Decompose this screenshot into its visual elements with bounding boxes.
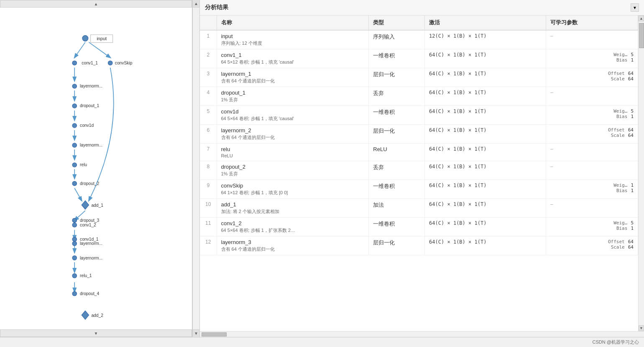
cell-name: conv1_164 5×12 卷积: 步幅 1，填充 'causal' <box>217 49 369 68</box>
svg-point-49 <box>72 291 77 296</box>
brand-label: CSDN @机器学习之心 <box>593 339 639 345</box>
cell-index: 10 <box>200 199 217 218</box>
table-row[interactable]: 6layernorm_2含有 64 个通道的层归一化层归一化64(C) × 1(… <box>200 125 638 144</box>
table-row[interactable]: 9convSkip64 1×12 卷积: 步幅 1，填充 [0 0]一维卷积64… <box>200 180 638 199</box>
col-activation: 激活 <box>425 15 546 30</box>
table-row[interactable]: 2conv1_164 5×12 卷积: 步幅 1，填充 'causal'一维卷积… <box>200 49 638 68</box>
svg-text:layernorm...: layernorm... <box>80 241 102 246</box>
panel-title: 分析结果 <box>205 4 228 11</box>
cell-activation: 64(C) × 1(B) × 1(T) <box>425 87 546 106</box>
svg-point-36 <box>72 223 77 227</box>
table-row[interactable]: 4dropout_11% 丢弃丢弃64(C) × 1(B) × 1(T)– <box>200 87 638 106</box>
cell-activation: 64(C) × 1(B) × 1(T) <box>425 180 546 199</box>
col-type: 类型 <box>369 15 425 30</box>
cell-type: 序列输入 <box>369 30 425 49</box>
scroll-up-button[interactable]: ▲ <box>0 0 192 8</box>
cell-activation: 64(C) × 1(B) × 1(T) <box>425 49 546 68</box>
cell-type: 层归一化 <box>369 125 425 144</box>
svg-line-0 <box>74 42 85 58</box>
cell-activation: 64(C) × 1(B) × 1(T) <box>425 218 546 236</box>
svg-line-8 <box>74 188 82 200</box>
svg-marker-34 <box>82 200 89 209</box>
table-container[interactable]: 名称 类型 激活 可学习参数 1input序列输入: 12 个维度序列输入12(… <box>200 15 638 331</box>
divider-scroll-down[interactable]: ▼ <box>193 329 199 337</box>
h-scrollbar-thumb[interactable] <box>202 332 227 337</box>
cell-index: 6 <box>200 125 217 144</box>
cell-params: Offset64Scale64 <box>546 68 638 87</box>
cell-activation: 64(C) × 1(B) × 1(T) <box>425 144 546 161</box>
cell-activation: 64(C) × 1(B) × 1(T) <box>425 161 546 180</box>
svg-text:input: input <box>97 36 107 41</box>
horizontal-scrollbar[interactable] <box>200 331 644 337</box>
cell-activation: 64(C) × 1(B) × 1(T) <box>425 68 546 87</box>
cell-type: 层归一化 <box>369 236 425 255</box>
cell-type: 一维卷积 <box>369 49 425 68</box>
network-graph: input conv1_1 convSkip layernorm... drop… <box>0 8 192 329</box>
cell-type: 丢弃 <box>369 87 425 106</box>
table-row[interactable]: 11conv1_264 5×64 卷积: 步幅 1，扩张系数 2…一维卷积64(… <box>200 218 638 236</box>
svg-point-20 <box>108 61 112 65</box>
svg-text:relu_1: relu_1 <box>80 273 92 278</box>
table-row[interactable]: 10add_1加法: 将 2 个输入按元素相加加法64(C) × 1(B) × … <box>200 199 638 218</box>
right-scrollbar[interactable]: ▲ ▼ <box>638 15 644 331</box>
cell-name: dropout_21% 丢弃 <box>217 161 369 180</box>
results-table: 名称 类型 激活 可学习参数 1input序列输入: 12 个维度序列输入12(… <box>200 15 638 255</box>
svg-text:conv1_2: conv1_2 <box>80 223 96 227</box>
svg-text:dropout_3: dropout_3 <box>80 218 99 223</box>
svg-point-47 <box>72 274 77 278</box>
cell-index: 8 <box>200 161 217 180</box>
cell-name: reluReLU <box>217 144 369 161</box>
cell-params: – <box>546 87 638 106</box>
cell-index: 11 <box>200 218 217 236</box>
col-params: 可学习参数 <box>546 15 638 30</box>
cell-name: input序列输入: 12 个维度 <box>217 30 369 49</box>
table-row[interactable]: 5conv1d64 5×64 卷积: 步幅 1，填充 'causal'一维卷积6… <box>200 106 638 125</box>
cell-params: – <box>546 161 638 180</box>
cell-params: – <box>546 144 638 161</box>
divider-scroll-up[interactable]: ▲ <box>193 0 199 8</box>
cell-index: 5 <box>200 106 217 125</box>
cell-name: conv1_264 5×64 卷积: 步幅 1，扩张系数 2… <box>217 218 369 236</box>
col-index <box>200 15 217 30</box>
cell-index: 9 <box>200 180 217 199</box>
table-row[interactable]: 1input序列输入: 12 个维度序列输入12(C) × 1(B) × 1(T… <box>200 30 638 49</box>
svg-text:dropout_1: dropout_1 <box>80 103 99 108</box>
cell-name: layernorm_1含有 64 个通道的层归一化 <box>217 68 369 87</box>
svg-text:add_2: add_2 <box>91 313 103 318</box>
scrollbar-thumb[interactable] <box>639 23 644 48</box>
cell-params: Weig…5Bias1 <box>546 49 638 68</box>
cell-type: 一维卷积 <box>369 106 425 125</box>
svg-point-24 <box>72 104 77 108</box>
cell-params: Weig…5Bias1 <box>546 106 638 125</box>
table-row[interactable]: 12layernorm_3含有 64 个通道的层归一化层归一化64(C) × 1… <box>200 236 638 255</box>
scrollbar-up-btn[interactable]: ▲ <box>639 15 644 21</box>
svg-marker-51 <box>82 311 89 320</box>
svg-text:convSkip: convSkip <box>115 61 133 65</box>
cell-params: Weig…1Bias1 <box>546 180 638 199</box>
left-panel: ▲ <box>0 0 192 337</box>
scroll-down-button[interactable]: ▼ <box>0 329 192 337</box>
svg-text:conv1d: conv1d <box>80 123 94 128</box>
table-header-row: 名称 类型 激活 可学习参数 <box>200 15 638 30</box>
cell-name: convSkip64 1×12 卷积: 步幅 1，填充 [0 0] <box>217 180 369 199</box>
svg-text:dropout_2: dropout_2 <box>80 181 99 186</box>
table-row[interactable]: 3layernorm_1含有 64 个通道的层归一化层归一化64(C) × 1(… <box>200 68 638 87</box>
cell-params: – <box>546 199 638 218</box>
table-row[interactable]: 8dropout_21% 丢弃丢弃64(C) × 1(B) × 1(T)– <box>200 161 638 180</box>
cell-activation: 64(C) × 1(B) × 1(T) <box>425 125 546 144</box>
cell-name: conv1d64 5×64 卷积: 步幅 1，填充 'causal' <box>217 106 369 125</box>
cell-type: 一维卷积 <box>369 180 425 199</box>
cell-index: 12 <box>200 236 217 255</box>
col-name: 名称 <box>217 15 369 30</box>
table-row[interactable]: 7reluReLUReLU64(C) × 1(B) × 1(T)– <box>200 144 638 161</box>
cell-name: layernorm_2含有 64 个通道的层归一化 <box>217 125 369 144</box>
svg-point-38 <box>72 242 77 246</box>
svg-line-1 <box>89 42 110 58</box>
svg-text:layernorm...: layernorm... <box>80 84 102 88</box>
cell-type: 一维卷积 <box>369 218 425 236</box>
svg-text:dropout_4: dropout_4 <box>80 291 99 296</box>
cell-activation: 64(C) × 1(B) × 1(T) <box>425 106 546 125</box>
collapse-button[interactable]: ▼ <box>631 3 639 12</box>
scrollbar-down-btn[interactable]: ▼ <box>639 325 644 331</box>
cell-index: 4 <box>200 87 217 106</box>
